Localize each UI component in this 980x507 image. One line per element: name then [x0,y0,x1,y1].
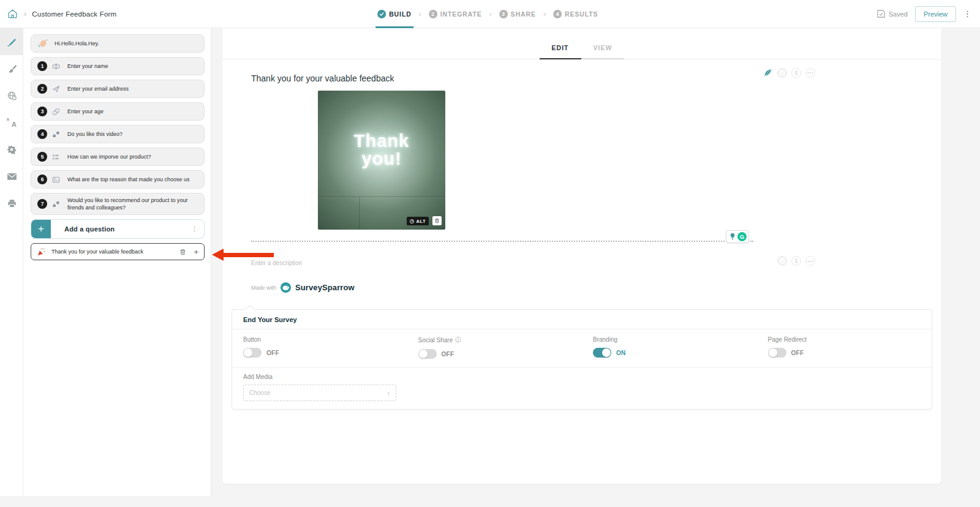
party-popper-icon [37,247,46,257]
end-survey-title: End Your Survey [232,310,932,329]
branding-footer: Made with SurveySparrow [251,282,355,293]
page-redirect-toggle[interactable] [768,348,786,358]
delete-thank-you-icon[interactable] [179,249,186,255]
media-choose-input[interactable]: Choose ↑ [243,385,396,401]
remove-image-icon[interactable] [432,216,442,225]
home-icon[interactable] [7,8,18,20]
breadcrumb: › Customer Feedback Form [7,8,116,20]
preview-button[interactable]: Preview [915,6,956,22]
question-title[interactable]: Thank you for your valuable feedback [251,73,394,83]
printer-icon [7,198,17,209]
waving-hand-icon [37,38,48,49]
add-question-button[interactable]: + Add a question ⋮ [31,219,205,239]
step-results[interactable]: 4 RESULTS [551,0,600,28]
question-card-7[interactable]: 7 Would you like to recommend our produc… [31,193,205,215]
end-survey-panel: End Your Survey Button OFF Social Share … [232,309,932,410]
edit-view-tabs: EDIT VIEW [222,28,941,59]
page-redirect-toggle-group: Page Redirect OFF [757,336,932,359]
chevron-right-icon: › [543,10,546,18]
rail-item-print[interactable] [0,190,23,217]
step-share[interactable]: 3 SHARE [497,0,538,28]
tool-rail: aA [0,28,23,496]
like-dislike-icon [52,130,60,138]
tab-view[interactable]: VIEW [581,44,625,59]
suggestion-badge[interactable]: G [726,230,749,243]
chevron-right-icon: › [489,10,492,18]
image-texture [318,197,445,197]
chevron-right-icon: › [419,10,421,18]
builder-canvas: EDIT VIEW $ ••• Thank you for your valua… [222,28,941,484]
check-circle-icon [377,10,386,18]
stepper: BUILD › 2 INTEGRATE › 3 SHARE › 4 RESULT… [375,0,600,28]
paint-brush-icon [7,64,17,74]
question-card-4[interactable]: 4 Do you like this video? [31,125,205,143]
question-list-panel: Hi.Hello.Hola.Hey. 1 Enter your name 2 E… [23,28,211,496]
question-card-2[interactable]: 2 Enter your email address [31,80,205,98]
rail-item-global[interactable] [0,82,23,109]
alt-circle-icon [410,219,414,223]
thumbs-rating-icon [52,200,60,208]
variable-dollar-icon[interactable]: $ [791,68,801,78]
number-input-icon: 1 [52,108,60,116]
question-card-6[interactable]: 6 What are the top reason that made you … [31,170,205,189]
emoji-icon[interactable] [777,68,787,78]
paper-plane-icon [52,85,60,93]
alt-badge[interactable]: ALT [407,217,429,225]
button-toggle[interactable] [243,348,262,358]
topbar: › Customer Feedback Form BUILD › 2 INTEG… [0,0,980,28]
variable-dollar-icon[interactable]: $ [791,256,801,266]
more-options-icon[interactable]: ••• [805,256,815,266]
question-card-5[interactable]: 5 How can we imporve our product? [31,148,205,166]
description-input[interactable]: Enter a description [251,260,302,266]
rail-item-build-editor[interactable] [0,28,23,55]
rail-item-settings[interactable] [0,136,23,163]
plus-icon: + [31,219,51,239]
add-question-kebab-icon[interactable]: ⋮ [191,227,198,231]
pencil-icon [7,37,17,47]
neon-thank-you-text: Thank you! [318,132,445,168]
branding-toggle-group: Branding ON [582,336,757,359]
rail-item-theme[interactable] [0,55,23,82]
add-media-label: Add Media [243,374,921,380]
envelope-icon [7,173,17,181]
tab-edit[interactable]: EDIT [540,44,581,59]
topbar-actions: Saved Preview ⋮ [876,6,971,22]
more-options-icon[interactable]: ••• [805,68,815,78]
upload-arrow-icon: ↑ [387,389,391,397]
welcome-card[interactable]: Hi.Hello.Hola.Hey. [31,34,205,53]
kebab-menu-icon[interactable]: ⋮ [963,12,971,16]
add-after-thank-you-icon[interactable]: + [194,247,198,257]
branding-toggle[interactable] [593,348,611,358]
question-toolbar: $ ••• [763,67,815,78]
step-integrate[interactable]: 2 INTEGRATE [427,0,484,28]
question-card-1[interactable]: 1 Enter your name [31,57,205,75]
rail-item-translate[interactable]: aA [0,109,23,136]
social-share-toggle[interactable] [418,349,437,359]
gear-icon [7,145,17,155]
add-media-section: Add Media Choose ↑ [232,368,932,409]
toggle-row: Button OFF Social Share ⓘ OFF Branding [232,329,932,368]
short-text-icon [52,62,60,70]
info-icon[interactable]: ⓘ [455,336,461,344]
save-icon [876,9,886,18]
globe-icon [7,91,17,101]
thank-you-card[interactable]: Thank you for your valuable feedback + [31,243,205,260]
lightbulb-icon [729,233,736,241]
image-texture [359,197,360,230]
question-card-3[interactable]: 3 1 Enter your age [31,102,205,121]
emoji-icon[interactable] [777,256,787,266]
survey-title: Customer Feedback Form [32,10,116,18]
rail-item-email[interactable] [0,163,23,190]
answer-dotted-line [251,241,753,242]
brand-name: SurveySparrow [295,283,355,292]
ai-feather-icon[interactable] [763,67,773,78]
step-build[interactable]: BUILD [375,0,413,28]
translate-icon: aA [7,118,17,127]
save-status: Saved [876,9,908,18]
picture-choice-icon [52,176,60,184]
button-toggle-group: Button OFF [232,336,407,359]
thank-you-media-image[interactable]: Thank you! ALT [318,91,445,230]
multiple-choice-icon [52,153,60,161]
app-root: { "topbar": { "title": "Customer Feedbac… [0,0,980,507]
description-toolbar: $ ••• [777,256,815,266]
